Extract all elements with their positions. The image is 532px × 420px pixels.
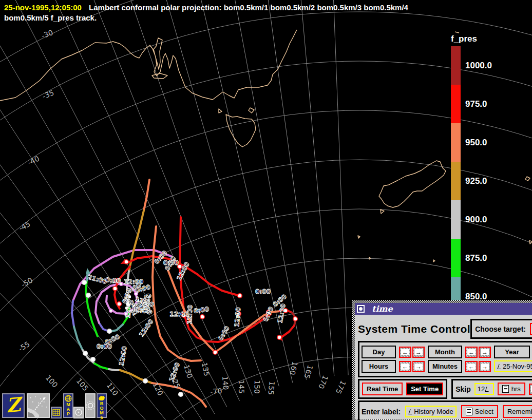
hours-increment-button[interactable]: →: [412, 361, 425, 372]
coastline: [379, 161, 446, 207]
longitude-line: [215, 0, 306, 380]
remember-button[interactable]: Rememb: [503, 405, 532, 418]
colorbar-tick-label: 875.0: [465, 253, 487, 263]
label-field[interactable]: History Mode: [405, 406, 457, 417]
time-marker: [293, 317, 297, 321]
toolbar-zebra-button[interactable]: Z: [2, 393, 25, 418]
colorbar-tick-label: 975.0: [465, 99, 487, 109]
left-arrow-icon: ←: [467, 349, 476, 355]
track-segment: [282, 326, 294, 337]
track-time-label: 0:00: [193, 306, 210, 315]
toolbar-radar-button[interactable]: [85, 393, 96, 418]
day-decrement-button[interactable]: ←: [399, 347, 411, 358]
longitude-label: 140: [221, 376, 230, 390]
coastline: [455, 32, 459, 33]
month-button[interactable]: Month: [428, 346, 462, 358]
colorbar-tick-label: 900.0: [465, 215, 487, 225]
radar-icon: [86, 394, 94, 417]
track-time-label: 0:00: [104, 333, 121, 346]
date-time-field[interactable]: 25-Nov-95,12: [494, 360, 532, 372]
month-increment-button[interactable]: →: [479, 347, 491, 358]
toolbar-target-button[interactable]: [73, 407, 84, 418]
plot-title-line1: 25-nov-1995,12:05:00 Lambert conformal p…: [4, 2, 408, 13]
map-label: MAP: [64, 403, 72, 416]
real-time-button[interactable]: Real Time: [362, 383, 403, 395]
label-frame: Enter label: History Mode Select Rememb: [358, 400, 532, 420]
zebra-logo-icon: Z: [2, 392, 25, 417]
application-screen: 25-nov-1995,12:05:00 Lambert conformal p…: [0, 0, 532, 420]
toolbar-grid-button[interactable]: [51, 407, 62, 418]
time-mode-frame: Real Time Set Time: [358, 379, 447, 399]
longitude-line: [0, 0, 215, 414]
target-circle-icon: [74, 408, 83, 417]
choose-target-menu-button[interactable]: [530, 323, 532, 335]
text-caret: [485, 387, 490, 392]
dialog-title: time: [372, 304, 393, 314]
track-time-label: 12:00: [233, 307, 242, 327]
latitude-label: -50: [20, 276, 34, 289]
colorbar-tick-label: 1000.0: [465, 61, 492, 71]
set-time-button[interactable]: Set Time: [406, 383, 443, 395]
minutes-button[interactable]: Minutes: [428, 360, 462, 373]
longitude-label: 100: [44, 373, 60, 389]
choose-target-box: Choose target:: [470, 319, 532, 339]
colorbar-segment: 900.0: [451, 200, 461, 239]
minutes-increment-button[interactable]: →: [479, 361, 491, 372]
window-menu-icon[interactable]: [357, 305, 365, 313]
text-caret: [409, 409, 414, 414]
time-marker: [117, 302, 121, 306]
latitude-label: -35: [41, 88, 55, 100]
enter-label-label: Enter label:: [362, 408, 401, 416]
year-button[interactable]: Year: [494, 346, 530, 358]
units-menu-button[interactable]: hrs: [498, 383, 525, 395]
right-arrow-icon: →: [414, 364, 423, 370]
month-decrement-button[interactable]: ←: [465, 347, 478, 358]
coastline: [529, 240, 532, 244]
time-marker: [107, 329, 111, 333]
date-time-frame: Day ← → Month ← → Year ← →: [358, 341, 532, 377]
date-time-value: 25-Nov-95,12: [503, 362, 532, 370]
latitude-label: -30: [41, 28, 54, 40]
minutes-decrement-button[interactable]: ←: [465, 361, 478, 372]
select-menu-button[interactable]: Select: [461, 405, 498, 418]
dialog-panel: System Time Control Choose target: Day ←…: [355, 315, 532, 419]
dialog-titlebar[interactable]: time: [355, 303, 532, 315]
longitude-label: 155: [267, 381, 276, 395]
coastline: [525, 177, 530, 181]
track-time-label: 12:00: [186, 304, 194, 324]
toolbar-map-button[interactable]: MAP: [63, 393, 73, 418]
track-time-label: 0:00: [262, 306, 275, 322]
hours-decrement-button[interactable]: ←: [399, 361, 411, 372]
menu-icon: [502, 385, 509, 393]
day-button[interactable]: Day: [362, 346, 396, 358]
toolbar-bom5-button[interactable]: BOM5: [97, 393, 107, 418]
menu-icon: [466, 408, 472, 415]
colorbar-title: f_pres: [451, 34, 477, 44]
track-segment: [180, 217, 271, 342]
skip-field[interactable]: 12: [474, 383, 494, 395]
select-label: Select: [475, 408, 493, 415]
longitude-label: 175: [334, 379, 348, 395]
latitude-label: -40: [27, 155, 41, 167]
left-arrow-icon: ←: [467, 364, 476, 370]
toolbar-satellite-button[interactable]: [27, 393, 50, 418]
hours-button[interactable]: Hours: [362, 360, 396, 373]
colorbar: f_pres 1000.0975.0950.0925.0900.0875.085…: [451, 34, 477, 316]
track-time-label: 12:00: [118, 346, 128, 366]
time-marker: [213, 350, 217, 354]
globe-icon: [64, 395, 72, 403]
track-segment: [94, 364, 109, 369]
map-labels: -30-35-40-45-50-55-701001051101201251301…: [17, 28, 348, 397]
coastline: [226, 114, 256, 147]
time-dialog-window: time System Time Control Choose target: …: [352, 300, 532, 420]
time-marker: [82, 280, 86, 284]
colorbar-tick-label: 950.0: [465, 138, 487, 148]
skip-label: Skip: [455, 385, 471, 393]
skip-back-button[interactable]: ←: [529, 384, 532, 395]
coastline: [219, 109, 222, 113]
day-increment-button[interactable]: →: [412, 347, 425, 358]
longitude-label: 165: [302, 364, 314, 379]
longitude-line: [0, 53, 180, 420]
time-marker: [238, 294, 242, 298]
latitude-label: -55: [17, 340, 31, 353]
